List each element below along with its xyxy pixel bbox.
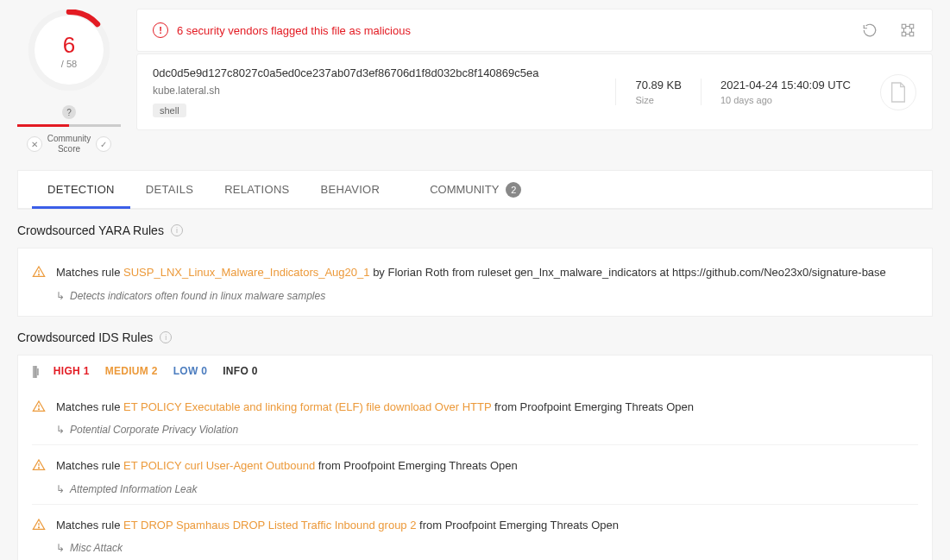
tab-details[interactable]: DETAILS bbox=[130, 171, 209, 208]
warning-icon bbox=[32, 265, 46, 279]
file-size-label: Size bbox=[635, 95, 682, 105]
yara-rule-text: Matches rule SUSP_LNX_Linux_Malware_Indi… bbox=[56, 264, 886, 281]
ids-rule-desc: ↳Misc Attack bbox=[32, 538, 918, 557]
ids-rule-text: Matches rule ET POLICY curl User-Agent O… bbox=[56, 457, 518, 475]
warning-icon bbox=[32, 518, 46, 532]
sub-arrow-icon: ↳ bbox=[56, 290, 65, 302]
file-hash: 0dc0d5e9d127c8027c0a5ed0ce237ab07d3ef867… bbox=[153, 66, 615, 79]
ids-rule-text: Matches rule ET DROP Spamhaus DROP Liste… bbox=[56, 517, 619, 534]
help-icon[interactable]: ? bbox=[62, 105, 76, 119]
detection-score: 6 / 58 bbox=[35, 16, 104, 85]
ids-rule-list: Matches rule ET POLICY Executable and li… bbox=[17, 387, 933, 561]
sub-arrow-icon: ↳ bbox=[56, 483, 65, 495]
yara-section-title: Crowdsourced YARA Rules i bbox=[17, 210, 933, 248]
community-label: Community Score bbox=[47, 134, 91, 154]
alert-icon: ! bbox=[153, 22, 168, 38]
tab-detection[interactable]: DETECTION bbox=[32, 171, 130, 208]
yara-rule-link[interactable]: SUSP_LNX_Linux_Malware_Indicators_Aug20_… bbox=[123, 266, 369, 279]
svg-rect-2 bbox=[909, 24, 914, 28]
warning-icon bbox=[32, 458, 46, 472]
svg-point-12 bbox=[38, 526, 39, 527]
tab-community[interactable]: COMMUNITY 2 bbox=[430, 182, 521, 198]
bars-icon: |||ı bbox=[32, 364, 38, 378]
ids-rule-desc: ↳Potential Corporate Privacy Violation bbox=[32, 420, 918, 439]
ids-rule-link[interactable]: ET POLICY curl User-Agent Outbound bbox=[123, 459, 315, 472]
ids-rule-desc: ↳Attempted Information Leak bbox=[32, 480, 918, 499]
file-summary: 0dc0d5e9d127c8027c0a5ed0ce237ab07d3ef867… bbox=[136, 53, 933, 130]
community-score: ? ✕ Community Score ✓ bbox=[17, 105, 121, 154]
file-name: kube.lateral.sh bbox=[153, 85, 615, 97]
community-count-badge: 2 bbox=[506, 182, 521, 198]
score-arc bbox=[28, 9, 110, 91]
tab-bar: DETECTION DETAILS RELATIONS BEHAVIOR COM… bbox=[18, 171, 932, 209]
flag-text: 6 security vendors flagged this file as … bbox=[177, 24, 411, 37]
vote-down-button[interactable]: ✕ bbox=[27, 136, 42, 152]
severity-info[interactable]: INFO 0 bbox=[223, 365, 257, 377]
svg-rect-3 bbox=[902, 32, 906, 36]
community-bar bbox=[17, 124, 121, 127]
sub-arrow-icon: ↳ bbox=[56, 542, 65, 554]
file-date-relative: 10 days ago bbox=[720, 95, 851, 105]
reanalyze-icon[interactable] bbox=[861, 22, 878, 39]
tab-behavior[interactable]: BEHAVIOR bbox=[305, 171, 396, 208]
sub-arrow-icon: ↳ bbox=[56, 424, 65, 436]
info-icon[interactable]: i bbox=[171, 224, 183, 236]
vote-up-button[interactable]: ✓ bbox=[96, 136, 111, 152]
severity-medium[interactable]: MEDIUM 2 bbox=[105, 365, 158, 377]
svg-point-10 bbox=[38, 468, 39, 469]
file-date: 2021-04-24 15:40:09 UTC bbox=[720, 79, 851, 91]
info-icon[interactable]: i bbox=[160, 331, 172, 343]
severity-high[interactable]: HIGH 1 bbox=[53, 365, 90, 377]
yara-rule-desc: ↳ Detects indicators often found in linu… bbox=[32, 286, 918, 305]
svg-point-6 bbox=[38, 274, 39, 275]
ids-section-title: Crowdsourced IDS Rules i bbox=[17, 317, 933, 355]
yara-rule-card: Matches rule SUSP_LNX_Linux_Malware_Indi… bbox=[17, 248, 933, 317]
svg-rect-1 bbox=[902, 24, 906, 28]
file-size: 70.89 KB bbox=[635, 79, 682, 91]
ids-rule-link[interactable]: ET POLICY Executable and linking format … bbox=[123, 400, 491, 413]
ids-rule-text: Matches rule ET POLICY Executable and li… bbox=[56, 399, 694, 416]
severity-low[interactable]: LOW 0 bbox=[173, 365, 208, 377]
warning-icon bbox=[32, 400, 46, 413]
severity-bar: |||ı HIGH 1 MEDIUM 2 LOW 0 INFO 0 bbox=[17, 355, 933, 387]
svg-rect-4 bbox=[909, 32, 914, 36]
ids-rule-link[interactable]: ET DROP Spamhaus DROP Listed Traffic Inb… bbox=[123, 519, 416, 532]
graph-icon[interactable] bbox=[899, 22, 916, 39]
flag-banner: ! 6 security vendors flagged this file a… bbox=[136, 9, 933, 52]
file-type-icon bbox=[880, 74, 916, 110]
svg-point-8 bbox=[38, 408, 39, 409]
file-type-tag: shell bbox=[153, 104, 186, 117]
tab-relations[interactable]: RELATIONS bbox=[209, 171, 305, 208]
